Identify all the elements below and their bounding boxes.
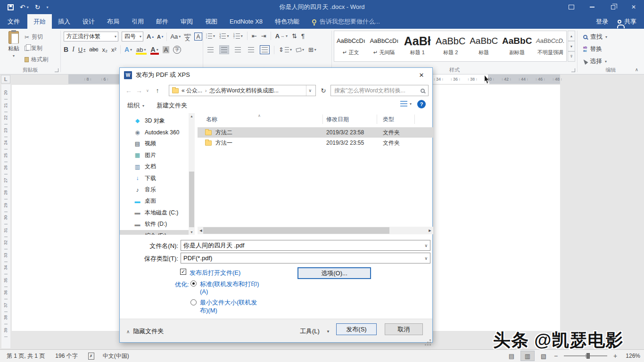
enclose-characters-button[interactable]: 字 — [173, 46, 181, 54]
tell-me-box[interactable]: 告诉我您想要做什么... — [305, 14, 387, 29]
tab-file[interactable]: 文件 — [0, 14, 27, 29]
resize-grip[interactable] — [429, 339, 431, 341]
restore-button[interactable] — [603, 0, 623, 14]
optimize-minsize-radio[interactable] — [190, 299, 197, 305]
dialog-title-bar[interactable]: W 发布为 PDF 或 XPS — [120, 68, 432, 82]
distributed-button[interactable] — [260, 45, 270, 54]
collapse-ribbon-button[interactable]: ∧ — [635, 67, 638, 72]
help-button[interactable]: ? — [417, 100, 426, 108]
language-indicator[interactable]: 中文(中国) — [103, 352, 129, 360]
ribbon-tab[interactable]: 设计 — [76, 14, 101, 29]
nav-scrollbar[interactable]: ▲ ▼ — [189, 113, 195, 235]
scroll-down-button[interactable]: ▼ — [189, 229, 195, 235]
style-item[interactable]: AaBbC 标题 2 — [434, 31, 468, 61]
underline-button[interactable]: U▾ — [78, 46, 85, 53]
back-button[interactable]: ← — [124, 85, 134, 96]
replace-button[interactable]: abac替换 — [583, 45, 602, 53]
copy-button[interactable]: 复制 — [25, 43, 48, 53]
ribbon-tab[interactable]: EndNote X8 — [223, 14, 269, 29]
proofing-error-icon[interactable]: ✗ — [88, 353, 94, 360]
ribbon-tab[interactable]: 特色功能 — [269, 14, 305, 29]
asian-layout-button[interactable]: A↔▾ — [275, 33, 288, 40]
nav-item[interactable]: ♪ 音乐 — [120, 184, 189, 195]
increase-indent-button[interactable]: ⇥ — [261, 33, 266, 40]
new-folder-button[interactable]: 新建文件夹 — [157, 101, 187, 110]
customize-qat-button[interactable]: ▾ — [46, 5, 48, 9]
column-separator[interactable] — [322, 115, 323, 124]
style-item[interactable]: AaBbCcD. 不明显强调 — [534, 31, 567, 61]
bullets-button[interactable]: • • •▾ — [206, 33, 215, 39]
nav-item[interactable]: ▬ 本地磁盘 (C:) — [120, 207, 189, 218]
style-item[interactable]: AaBł 标题 1 — [401, 31, 434, 61]
web-layout-button[interactable]: ▧ — [537, 351, 551, 361]
borders-button[interactable]: ⊞▾ — [308, 46, 316, 53]
open-after-publish-label[interactable]: 发布后打开文件(E) — [190, 269, 240, 277]
recent-locations-button[interactable]: ∨ — [144, 85, 151, 96]
cancel-button[interactable]: 取消 — [385, 323, 423, 335]
zoom-level[interactable]: 126% — [620, 353, 640, 359]
decrease-indent-button[interactable]: ⇤ — [252, 33, 257, 40]
multilevel-list-button[interactable]: 1 a i▾ — [233, 33, 242, 39]
align-center-button[interactable] — [219, 45, 229, 54]
align-left-button[interactable] — [206, 46, 215, 54]
forward-button[interactable]: → — [134, 85, 144, 96]
column-separator[interactable] — [377, 115, 377, 124]
cut-button[interactable]: ✂剪切 — [25, 32, 48, 42]
ribbon-display-options-button[interactable] — [561, 0, 582, 14]
redo-button[interactable]: ↻ — [35, 3, 41, 11]
character-border-button[interactable]: A — [194, 33, 202, 41]
sort-button[interactable]: ⇅ — [292, 33, 297, 40]
ribbon-tab[interactable]: 引用 — [125, 14, 150, 29]
dialog-close-button[interactable]: ✕ — [411, 68, 432, 82]
optimize-standard-label[interactable]: 标准(联机发布和打印) — [200, 280, 259, 288]
style-item[interactable]: AaBbC 标题 — [467, 31, 501, 61]
character-shading-button[interactable]: A — [163, 46, 170, 53]
save-button[interactable] — [8, 4, 14, 10]
optimize-standard-radio[interactable] — [190, 280, 197, 287]
zoom-slider-thumb[interactable] — [586, 353, 590, 359]
subscript-button[interactable]: x₂ — [102, 46, 108, 53]
nav-item[interactable]: ↓ 下载 — [120, 173, 189, 184]
nav-item[interactable]: ▥ 文档 — [120, 161, 189, 173]
options-button[interactable]: 选项(O)... — [297, 267, 371, 279]
optimize-standard-label-2[interactable]: (A) — [200, 288, 208, 295]
file-row[interactable]: 方法一 2019/3/2 23:55 文件夹 — [198, 138, 433, 148]
dialog-launcher-icon[interactable] — [55, 68, 58, 72]
breadcrumb-root[interactable]: « 公众... — [182, 87, 202, 95]
search-input[interactable]: 搜索"怎么将Word文档转换... — [330, 85, 429, 96]
justify-button[interactable] — [247, 46, 256, 54]
nav-item[interactable]: ▦ 图片 — [120, 149, 189, 161]
publish-button[interactable]: 发布(S) — [336, 323, 377, 335]
sign-in-button[interactable]: 登录 — [596, 17, 608, 26]
nav-item[interactable]: ◉ Autodesk 360 — [120, 126, 189, 138]
ribbon-tab[interactable]: 开始 — [27, 14, 52, 29]
shrink-font-button[interactable]: A▾ — [157, 34, 163, 40]
zoom-in-button[interactable]: + — [612, 352, 619, 360]
superscript-button[interactable]: x² — [111, 46, 116, 53]
font-color-button[interactable]: A▾ — [150, 46, 159, 53]
ribbon-tab[interactable]: 视图 — [199, 14, 223, 29]
font-name-combo[interactable]: 方正流行体繁▾ — [64, 32, 118, 41]
word-count[interactable]: 196 个字 — [55, 352, 77, 360]
grow-font-button[interactable]: A▴ — [147, 33, 154, 40]
strikethrough-button[interactable]: abc — [89, 46, 98, 53]
style-item[interactable]: AaBbCcDı ↵ 无间隔 — [368, 31, 401, 61]
align-right-button[interactable] — [233, 46, 242, 54]
scrollbar-thumb[interactable] — [203, 227, 389, 234]
show-marks-button[interactable]: ¶ — [301, 33, 305, 40]
page-info[interactable]: 第 1 页, 共 1 页 — [7, 352, 45, 360]
nav-item[interactable]: ▬ 桌面 — [120, 196, 189, 207]
shading-button[interactable]: ▾ — [296, 48, 304, 52]
styles-scroll-up-button[interactable]: ▲ — [568, 31, 575, 41]
ribbon-tab[interactable]: 审阅 — [174, 14, 199, 29]
ribbon-tab[interactable]: 布局 — [101, 14, 125, 29]
ribbon-tab[interactable]: 插入 — [52, 14, 76, 29]
open-after-publish-checkbox[interactable]: ✓ — [180, 269, 186, 275]
styles-gallery-more-button[interactable]: ⊽ — [568, 51, 575, 62]
tab-stop-selector[interactable]: L — [1, 75, 10, 83]
up-button[interactable]: ↑ — [152, 85, 163, 96]
change-case-button[interactable]: Aa▾ — [170, 33, 181, 40]
style-item[interactable]: AaBbCcDı ↵ 正文 — [334, 31, 368, 61]
vertical-ruler[interactable]: 2021222324252627282930313233343536373839 — [1, 84, 10, 348]
dialog-launcher-icon[interactable] — [571, 68, 575, 72]
